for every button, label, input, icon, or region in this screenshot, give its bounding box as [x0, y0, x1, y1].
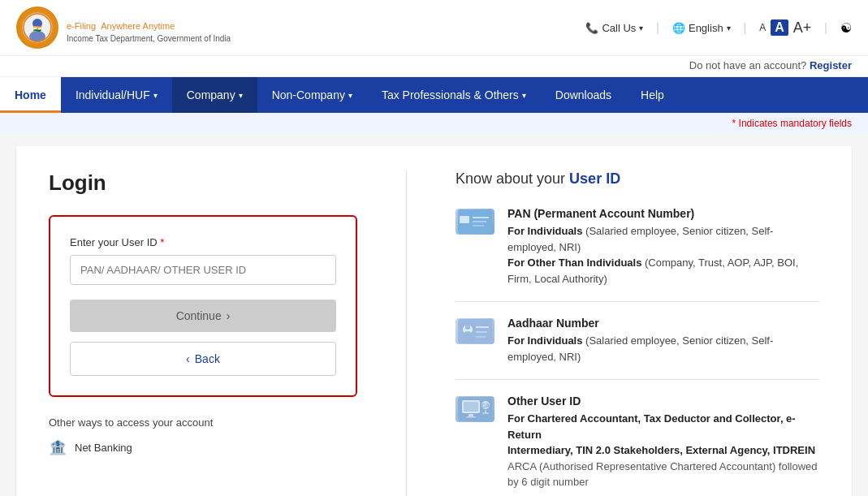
svg-text:CA: CA — [482, 403, 490, 408]
register-link[interactable]: Register — [810, 59, 852, 71]
nav-home[interactable]: Home — [0, 77, 61, 113]
mandatory-note: * Indicates mandatory fields — [0, 113, 868, 134]
brand-subtitle: Income Tax Department, Government of Ind… — [67, 34, 231, 43]
other-userid-icon: CA — [456, 396, 494, 422]
pan-text: PAN (Permanent Account Number) For Indiv… — [507, 207, 819, 287]
aadhaar-text: Aadhaar Number For Individuals (Salaried… — [507, 317, 819, 364]
svg-point-13 — [464, 331, 472, 336]
divider — [406, 170, 407, 496]
svg-text:🇮🇳: 🇮🇳 — [33, 24, 41, 32]
user-id-aadhaar-item: Aadhaar Number For Individuals (Salaried… — [456, 317, 819, 380]
register-bar: Do not have an account? Register — [0, 56, 868, 77]
contrast-button[interactable]: ☯ — [840, 20, 852, 36]
login-section: Login Enter your User ID * Continue › ‹ … — [49, 170, 357, 496]
font-medium-button[interactable]: A — [771, 19, 788, 36]
svg-rect-20 — [469, 414, 473, 416]
other-userid-text: Other User ID For Chartered Accountant, … — [507, 395, 819, 490]
chevron-down-icon: ▾ — [348, 91, 352, 100]
svg-rect-6 — [460, 216, 469, 223]
font-small-button[interactable]: A — [759, 22, 766, 33]
chevron-down-icon: ▾ — [639, 24, 643, 32]
font-controls: A A A+ — [759, 19, 811, 37]
bank-icon: 🏦 — [49, 438, 67, 456]
phone-icon: 📞 — [585, 22, 598, 34]
language-selector[interactable]: 🌐 English ▾ — [672, 22, 731, 34]
globe-icon: 🌐 — [672, 22, 685, 34]
top-bar: 🇮🇳 e-Filing Anywhere Anytime Income Tax … — [0, 0, 868, 56]
nav-bar: Home Individual/HUF ▾ Company ▾ Non-Comp… — [0, 77, 868, 113]
nav-non-company[interactable]: Non-Company ▾ — [257, 77, 367, 113]
aadhaar-icon — [456, 318, 494, 344]
chevron-down-icon: ▾ — [153, 91, 158, 100]
back-button[interactable]: ‹ Back — [70, 342, 336, 376]
other-access-title: Other ways to access your account — [49, 416, 357, 429]
user-id-pan-item: PAN (Permanent Account Number) For Indiv… — [456, 207, 819, 302]
userid-info-section: Know about your User ID PAN (Permanent A… — [456, 170, 819, 496]
logo-area: 🇮🇳 e-Filing Anywhere Anytime Income Tax … — [16, 6, 231, 49]
svg-rect-19 — [464, 402, 478, 412]
net-banking-item[interactable]: 🏦 Net Banking — [49, 438, 357, 456]
main-content: Login Enter your User ID * Continue › ‹ … — [16, 146, 852, 496]
know-title: Know about your User ID — [456, 170, 819, 188]
nav-downloads[interactable]: Downloads — [541, 77, 626, 113]
login-box: Enter your User ID * Continue › ‹ Back — [49, 215, 357, 397]
logo-emblem: 🇮🇳 — [16, 6, 58, 49]
call-us-button[interactable]: 📞 Call Us ▾ — [585, 22, 643, 34]
chevron-down-icon: ▾ — [522, 91, 526, 100]
nav-individual-huf[interactable]: Individual/HUF ▾ — [61, 77, 172, 113]
pan-icon — [456, 209, 494, 235]
top-right-actions: 📞 Call Us ▾ | 🌐 English ▾ | A A A+ | ☯ — [585, 19, 852, 37]
font-large-button[interactable]: A+ — [793, 19, 812, 37]
user-id-other-item: CA Other User ID For Chartered Accountan… — [456, 395, 819, 496]
nav-tax-professionals[interactable]: Tax Professionals & Others ▾ — [367, 77, 541, 113]
continue-button[interactable]: Continue › — [70, 300, 336, 332]
login-title: Login — [49, 170, 357, 196]
nav-help[interactable]: Help — [626, 77, 679, 113]
svg-rect-21 — [466, 416, 476, 418]
user-id-label: Enter your User ID * — [70, 236, 336, 248]
logo-text: e-Filing Anywhere Anytime Income Tax Dep… — [67, 13, 231, 43]
nav-company[interactable]: Company ▾ — [172, 77, 257, 113]
svg-point-12 — [465, 325, 470, 330]
brand-name: e-Filing Anywhere Anytime — [67, 13, 231, 34]
svg-rect-10 — [458, 319, 492, 343]
user-id-input[interactable] — [70, 255, 336, 285]
chevron-down-icon: ▾ — [239, 91, 243, 100]
chevron-down-icon: ▾ — [727, 24, 731, 32]
